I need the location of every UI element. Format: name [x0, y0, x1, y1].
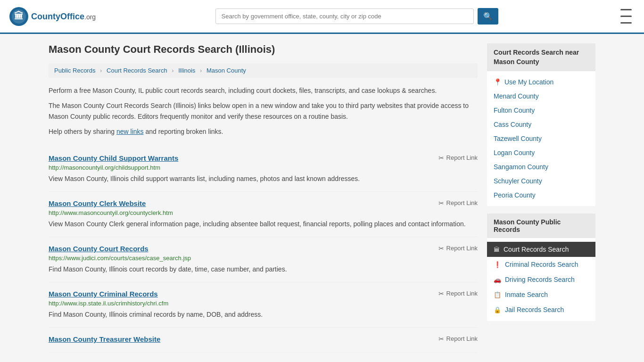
desc-paragraph-3: Help others by sharing new links and rep… [49, 126, 478, 137]
record-item: Mason County Child Support Warrants✂Repo… [49, 147, 478, 192]
nearby-county-link[interactable]: Logan County [487, 146, 595, 160]
report-link-button[interactable]: ✂Report Link [438, 335, 478, 343]
record-item: Mason County Court Records✂Report Linkht… [49, 237, 478, 282]
nearby-section-header: Court Records Search near Mason County [487, 43, 595, 71]
report-label: Report Link [446, 199, 478, 206]
logo-suffix: .org [84, 13, 96, 21]
link-label: Driving Records Search [505, 276, 575, 283]
page-title: Mason County Court Records Search (Illin… [49, 43, 478, 56]
record-title[interactable]: Mason County Clerk Website [49, 199, 146, 207]
nearby-county-link[interactable]: Fulton County [487, 103, 595, 117]
search-icon: 🔍 [483, 12, 493, 20]
public-records-section: Mason County Public Records 🏛Court Recor… [487, 214, 595, 321]
logo-text: CountyOffice.org [31, 11, 96, 22]
public-records-section-header: Mason County Public Records [487, 214, 595, 238]
hamburger-icon [620, 8, 632, 25]
sidebar: Court Records Search near Mason County 📍… [487, 43, 595, 353]
nearby-county-link[interactable]: Cass County [487, 117, 595, 132]
nearby-county-link[interactable]: Peoria County [487, 188, 595, 202]
report-icon: ✂ [438, 245, 444, 252]
nearby-county-link[interactable]: Menard County [487, 89, 595, 103]
desc-paragraph-2: The Mason County Court Records Search (I… [49, 100, 478, 122]
link-icon: 🔒 [494, 306, 501, 313]
record-description: View Mason County, Illinois child suppor… [49, 174, 478, 184]
record-title[interactable]: Mason County Treasurer Website [49, 335, 160, 343]
breadcrumb-public-records[interactable]: Public Records [54, 67, 95, 74]
record-url: http://masoncountyil.org/childsupport.ht… [49, 164, 478, 171]
main-container: Mason County Court Records Search (Illin… [39, 34, 605, 362]
location-icon: 📍 [494, 78, 502, 86]
breadcrumb-sep-3: › [200, 67, 202, 74]
link-icon: 📋 [494, 291, 501, 298]
public-record-link[interactable]: 📋Inmate Search [487, 287, 595, 302]
menu-button[interactable] [618, 5, 635, 28]
report-icon: ✂ [438, 335, 444, 343]
desc-p3-post: and reporting broken links. [144, 128, 223, 135]
report-label: Report Link [446, 154, 478, 161]
report-link-button[interactable]: ✂Report Link [438, 154, 478, 162]
record-description: Find Mason County, Illinois criminal rec… [49, 310, 478, 320]
use-location-link[interactable]: 📍 Use My Location [487, 75, 595, 89]
nearby-county-link[interactable]: Tazewell County [487, 132, 595, 146]
logo-area: 🏛 CountyOffice.org [9, 7, 96, 26]
use-location-label: Use My Location [504, 78, 553, 86]
report-icon: ✂ [438, 154, 444, 162]
nearby-counties: Menard CountyFulton CountyCass CountyTaz… [487, 89, 595, 202]
link-label: Criminal Records Search [505, 261, 578, 268]
search-area: 🔍 [215, 8, 498, 25]
link-icon: 🏛 [494, 246, 500, 253]
public-record-link[interactable]: ❗Criminal Records Search [487, 257, 595, 272]
logo-icon: 🏛 [9, 7, 28, 26]
record-url: http://www.isp.state.il.us/crimhistory/c… [49, 300, 478, 307]
header: 🏛 CountyOffice.org 🔍 [0, 0, 644, 34]
record-title[interactable]: Mason County Criminal Records [49, 290, 158, 298]
link-label: Inmate Search [505, 291, 548, 298]
description: Perform a free Mason County, IL public c… [49, 85, 478, 137]
record-title[interactable]: Mason County Child Support Warrants [49, 154, 178, 162]
record-description: Find Mason County, Illinois court record… [49, 264, 478, 274]
content-area: Mason County Court Records Search (Illin… [49, 43, 478, 353]
search-button[interactable]: 🔍 [478, 8, 498, 25]
desc-paragraph-1: Perform a free Mason County, IL public c… [49, 85, 478, 96]
report-label: Report Link [446, 245, 478, 252]
svg-text:🏛: 🏛 [14, 10, 24, 21]
report-label: Report Link [446, 335, 478, 342]
record-item: Mason County Criminal Records✂Report Lin… [49, 282, 478, 328]
record-url: https://www.judici.com/courts/cases/case… [49, 255, 478, 262]
link-label: Court Records Search [504, 246, 569, 253]
record-url: http://www.masoncountyil.org/countyclerk… [49, 209, 478, 216]
link-label: Jail Records Search [505, 306, 564, 313]
nearby-section-content: 📍 Use My Location Menard CountyFulton Co… [487, 71, 595, 206]
record-title[interactable]: Mason County Court Records [49, 245, 149, 253]
record-description: View Mason County Clerk general informat… [49, 219, 478, 229]
breadcrumb-illinois[interactable]: Illinois [178, 67, 195, 74]
report-icon: ✂ [438, 290, 444, 297]
report-link-button[interactable]: ✂Report Link [438, 245, 478, 252]
nearby-section: Court Records Search near Mason County 📍… [487, 43, 595, 206]
breadcrumb-sep-1: › [100, 67, 102, 74]
desc-p3-pre: Help others by sharing [49, 128, 116, 135]
record-item: Mason County Treasurer Website✂Report Li… [49, 328, 478, 353]
breadcrumb: Public Records › Court Records Search › … [49, 63, 478, 78]
public-record-link[interactable]: 🔒Jail Records Search [487, 302, 595, 317]
public-records-links: 🏛Court Records Search❗Criminal Records S… [487, 238, 595, 321]
report-link-button[interactable]: ✂Report Link [438, 290, 478, 297]
record-item: Mason County Clerk Website✂Report Linkht… [49, 192, 478, 237]
breadcrumb-court-records[interactable]: Court Records Search [107, 67, 167, 74]
link-icon: 🚗 [494, 276, 501, 283]
records-list: Mason County Child Support Warrants✂Repo… [49, 147, 478, 353]
public-record-link[interactable]: 🚗Driving Records Search [487, 272, 595, 287]
nearby-county-link[interactable]: Sangamon County [487, 160, 595, 174]
new-links-link[interactable]: new links [116, 128, 144, 135]
search-input[interactable] [215, 8, 474, 24]
public-record-link[interactable]: 🏛Court Records Search [487, 242, 595, 257]
link-icon: ❗ [494, 261, 501, 268]
report-icon: ✂ [438, 199, 444, 207]
nearby-county-link[interactable]: Schuyler County [487, 174, 595, 188]
logo-main-text: CountyOffice [31, 12, 84, 21]
report-label: Report Link [446, 290, 478, 297]
breadcrumb-sep-2: › [172, 67, 173, 74]
report-link-button[interactable]: ✂Report Link [438, 199, 478, 207]
breadcrumb-mason-county[interactable]: Mason County [206, 67, 246, 74]
